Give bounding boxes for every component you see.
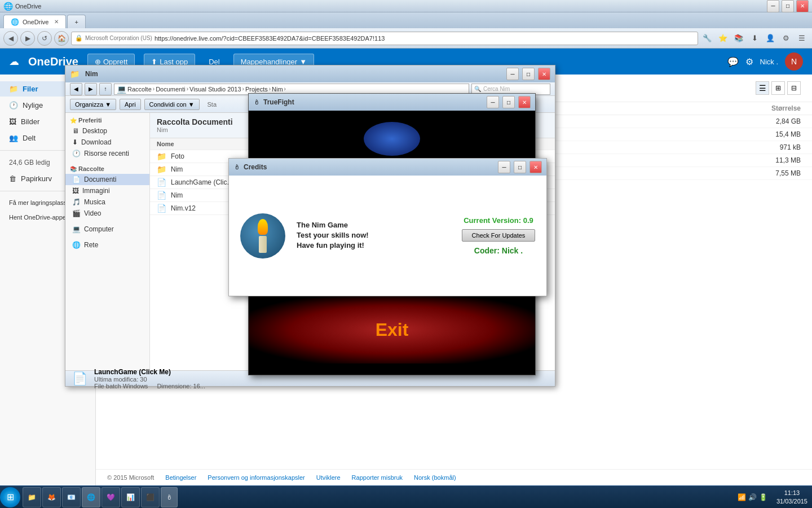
sidebar-video[interactable]: 🎬 Video [65, 208, 149, 219]
back-button[interactable]: ◀ [3, 31, 18, 46]
folder-icon: 📁 [157, 152, 166, 161]
credits-close[interactable]: ✕ [529, 161, 542, 173]
footer-link-terms[interactable]: Betingelser [165, 474, 196, 481]
taskbar-item-vs[interactable]: 💜 [102, 487, 120, 507]
tab-close[interactable]: ✕ [54, 19, 59, 25]
details-view-btn[interactable]: ⊟ [787, 81, 801, 95]
footer-link-privacy[interactable]: Personvern og informasjonskapsler [208, 474, 304, 481]
recent-icon: 🕐 [9, 101, 18, 110]
taskbar-cmd-icon: ⬛ [146, 493, 155, 501]
tray-battery-icon[interactable]: 🔋 [759, 493, 767, 501]
check-updates-button[interactable]: Check For Updates [462, 229, 535, 242]
open-btn[interactable]: Apri [120, 99, 141, 110]
file-icon: 📄 [157, 204, 166, 213]
breadcrumb-2[interactable]: Documenti › [156, 86, 188, 93]
sidebar-musica[interactable]: 🎵 Musica [65, 196, 149, 208]
taskbar-tray: 📶 🔊 🔋 [733, 493, 772, 501]
sidebar-documenti[interactable]: 📄 Documenti [65, 174, 149, 185]
credits-coder: Coder: Nick . [474, 246, 523, 255]
footer-link-report[interactable]: Rapporter misbruk [352, 474, 403, 481]
start-button[interactable]: ⊞ [0, 487, 20, 507]
taskbar-task-icon: 📊 [126, 493, 135, 501]
taskbar-items: 📁 🦊 📧 🌐 💜 📊 ⬛ 🕯 [20, 487, 733, 507]
credits-maximize[interactable]: □ [514, 161, 526, 173]
grid-view-btn[interactable]: ⊞ [771, 81, 785, 95]
menu-icon[interactable]: ☰ [795, 32, 809, 45]
refresh-button[interactable]: ↺ [37, 31, 52, 46]
download-icon[interactable]: ⬇ [748, 32, 761, 45]
taskbar-item-cmd[interactable]: ⬛ [141, 487, 160, 507]
credits-right-section: Current Version: 0.9 Check For Updates C… [462, 216, 535, 255]
taskbar-item-outlook[interactable]: 📧 [62, 487, 81, 507]
organize-btn[interactable]: Organizza ▼ [70, 99, 116, 110]
footer-link-dev[interactable]: Utviklere [316, 474, 341, 481]
browser-maximize[interactable]: □ [782, 0, 794, 12]
status-modified: Ultima modifica: 30 [94, 376, 205, 383]
taskbar-item-truefight[interactable]: 🕯 [161, 487, 178, 507]
computer-sidebar-icon: 💻 [72, 225, 81, 233]
settings-icon[interactable]: ⚙ [779, 32, 793, 45]
sidebar-desktop[interactable]: 🖥 Desktop [65, 125, 149, 137]
breadcrumb-5[interactable]: Nim › [272, 86, 286, 93]
browser-tab-onedrive[interactable]: 🌐 OneDrive ✕ [3, 15, 66, 28]
breadcrumb-3[interactable]: Visual Studio 2013 › [189, 86, 244, 93]
sidebar-immagini[interactable]: 🖼 Immagini [65, 185, 149, 196]
sidebar-download[interactable]: ⬇ Download [65, 137, 149, 148]
truefight-logo-circle [364, 122, 420, 156]
truefight-close[interactable]: ✕ [518, 96, 531, 108]
avatar[interactable]: N [785, 52, 803, 71]
sidebar-computer[interactable]: 💻 Computer [65, 224, 149, 235]
breadcrumb-4[interactable]: Projects › [245, 86, 271, 93]
favorites-header: ⭐ Preferiti [65, 115, 149, 125]
explorer-minimize[interactable]: ─ [506, 68, 519, 80]
download-folder-icon: ⬇ [72, 138, 78, 146]
tray-network-icon[interactable]: 📶 [738, 493, 746, 501]
explorer-up[interactable]: ↑ [99, 83, 112, 95]
explorer-forward[interactable]: ▶ [85, 83, 97, 95]
browser-tab-new[interactable]: + [67, 15, 85, 28]
credits-line2: Test your skills now! [297, 231, 451, 239]
browser-title-label: Microsoft Corporation (US) [85, 35, 152, 41]
browser-close[interactable]: ✕ [796, 0, 809, 12]
list-view-btn[interactable]: ☰ [756, 81, 769, 95]
tab-label: OneDrive [23, 19, 48, 25]
tray-volume-icon[interactable]: 🔊 [748, 493, 757, 501]
user-name[interactable]: Nick . [760, 58, 779, 66]
taskbar-truefight-icon: 🕯 [166, 493, 173, 501]
explorer-maximize[interactable]: □ [522, 68, 535, 80]
taskbar-clock[interactable]: 11:13 31/03/2015 [772, 489, 812, 505]
address-bar[interactable]: 🔒 Microsoft Corporation (US) https://one… [71, 32, 698, 45]
browser-minimize[interactable]: ─ [767, 0, 779, 12]
chat-icon[interactable]: 💬 [727, 56, 739, 67]
exit-text[interactable]: Exit [376, 319, 409, 340]
taskbar-item-browser[interactable]: 🌐 [82, 487, 100, 507]
status-filesize: Dimensione: 16... [157, 383, 205, 389]
sidebar-recent[interactable]: 🕐 Risorse recenti [65, 148, 149, 159]
credits-line1: The Nim Game [297, 221, 451, 229]
truefight-maximize[interactable]: □ [502, 96, 515, 108]
tools-icon[interactable]: 🔧 [700, 32, 714, 45]
taskbar-outlook-icon: 📧 [67, 493, 76, 501]
taskbar-item-firefox[interactable]: 🦊 [42, 487, 61, 507]
taskbar-vs-icon: 💜 [107, 493, 115, 501]
settings-gear-icon[interactable]: ⚙ [745, 56, 753, 67]
explorer-titlebar: 📁 Nim ─ □ ✕ [65, 65, 555, 82]
file-icon: 📄 [157, 178, 166, 187]
taskbar-item-task[interactable]: 📊 [121, 487, 140, 507]
star-icon[interactable]: ⭐ [716, 32, 730, 45]
user-icon[interactable]: 👤 [764, 32, 777, 45]
truefight-minimize[interactable]: ─ [487, 96, 499, 108]
explorer-close[interactable]: ✕ [538, 68, 550, 80]
share-btn[interactable]: Condividi con ▼ [144, 99, 200, 110]
home-button[interactable]: 🏠 [54, 31, 69, 46]
status-filename: LaunchGame (Click Me) [94, 368, 205, 376]
breadcrumb-1[interactable]: Raccolte › [127, 86, 155, 93]
footer-link-language[interactable]: Norsk (bokmål) [414, 474, 456, 481]
truefight-exit-area[interactable]: Exit [249, 296, 535, 364]
forward-button[interactable]: ▶ [20, 31, 35, 46]
explorer-back[interactable]: ◀ [70, 83, 82, 95]
sidebar-network[interactable]: 🌐 Rete [65, 239, 149, 251]
favorites-bar-icon[interactable]: 📚 [732, 32, 745, 45]
credits-minimize[interactable]: ─ [498, 161, 510, 173]
taskbar-item-explorer[interactable]: 📁 [23, 487, 41, 507]
